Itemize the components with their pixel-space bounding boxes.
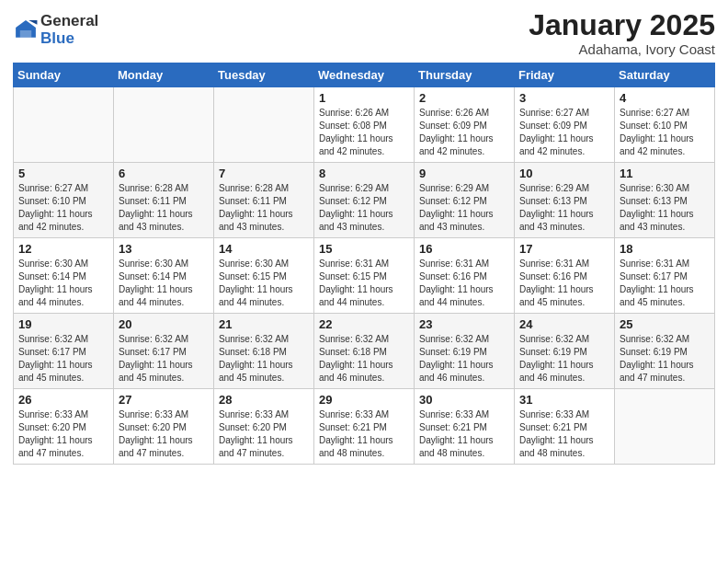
- col-monday: Monday: [114, 63, 214, 87]
- calendar-week-2: 5Sunrise: 6:27 AMSunset: 6:10 PMDaylight…: [14, 163, 715, 238]
- day-number: 31: [519, 393, 609, 407]
- logo: General Blue: [13, 13, 98, 47]
- day-number: 7: [219, 167, 309, 180]
- calendar-cell: 25Sunrise: 6:32 AMSunset: 6:19 PMDayligh…: [615, 314, 715, 389]
- logo-icon: [13, 17, 39, 43]
- calendar-cell: 15Sunrise: 6:31 AMSunset: 6:15 PMDayligh…: [314, 238, 415, 314]
- day-number: 5: [18, 167, 108, 180]
- calendar-week-5: 26Sunrise: 6:33 AMSunset: 6:20 PMDayligh…: [14, 389, 715, 465]
- calendar-header-row: Sunday Monday Tuesday Wednesday Thursday…: [14, 63, 715, 87]
- day-number: 15: [319, 242, 409, 256]
- col-sunday: Sunday: [14, 63, 114, 87]
- day-number: 8: [319, 167, 409, 180]
- month-title: January 2025: [529, 9, 715, 41]
- calendar-cell: 27Sunrise: 6:33 AMSunset: 6:20 PMDayligh…: [114, 389, 214, 465]
- day-number: 9: [419, 167, 509, 180]
- day-info: Sunrise: 6:33 AMSunset: 6:21 PMDaylight:…: [519, 408, 609, 460]
- day-info: Sunrise: 6:27 AMSunset: 6:10 PMDaylight:…: [620, 107, 710, 158]
- day-info: Sunrise: 6:32 AMSunset: 6:19 PMDaylight:…: [519, 333, 609, 385]
- calendar-cell: 26Sunrise: 6:33 AMSunset: 6:20 PMDayligh…: [14, 389, 114, 465]
- calendar-cell: 13Sunrise: 6:30 AMSunset: 6:14 PMDayligh…: [114, 238, 214, 314]
- calendar-cell: 10Sunrise: 6:29 AMSunset: 6:13 PMDayligh…: [515, 163, 615, 238]
- day-info: Sunrise: 6:33 AMSunset: 6:20 PMDaylight:…: [18, 408, 108, 460]
- calendar-cell: 28Sunrise: 6:33 AMSunset: 6:20 PMDayligh…: [214, 389, 314, 465]
- svg-rect-3: [20, 30, 31, 38]
- day-number: 2: [419, 91, 509, 105]
- day-info: Sunrise: 6:29 AMSunset: 6:13 PMDaylight:…: [519, 182, 609, 234]
- day-info: Sunrise: 6:32 AMSunset: 6:19 PMDaylight:…: [620, 333, 710, 385]
- day-info: Sunrise: 6:29 AMSunset: 6:12 PMDaylight:…: [319, 182, 409, 234]
- day-info: Sunrise: 6:33 AMSunset: 6:21 PMDaylight:…: [319, 408, 409, 460]
- day-info: Sunrise: 6:30 AMSunset: 6:14 PMDaylight:…: [119, 258, 209, 309]
- day-info: Sunrise: 6:31 AMSunset: 6:17 PMDaylight:…: [620, 258, 710, 309]
- day-number: 27: [119, 393, 209, 407]
- logo-general: General: [40, 13, 98, 30]
- col-friday: Friday: [515, 63, 615, 87]
- day-info: Sunrise: 6:31 AMSunset: 6:16 PMDaylight:…: [519, 258, 609, 309]
- day-info: Sunrise: 6:33 AMSunset: 6:20 PMDaylight:…: [219, 408, 309, 460]
- logo-text: General Blue: [40, 13, 98, 47]
- calendar-cell: 7Sunrise: 6:28 AMSunset: 6:11 PMDaylight…: [214, 163, 314, 238]
- calendar-cell: 5Sunrise: 6:27 AMSunset: 6:10 PMDaylight…: [14, 163, 114, 238]
- day-info: Sunrise: 6:32 AMSunset: 6:18 PMDaylight:…: [219, 333, 309, 385]
- day-number: 23: [419, 317, 509, 331]
- calendar-cell: 2Sunrise: 6:26 AMSunset: 6:09 PMDaylight…: [415, 87, 515, 163]
- calendar-cell: 12Sunrise: 6:30 AMSunset: 6:14 PMDayligh…: [14, 238, 114, 314]
- day-info: Sunrise: 6:27 AMSunset: 6:09 PMDaylight:…: [519, 107, 609, 158]
- day-info: Sunrise: 6:32 AMSunset: 6:18 PMDaylight:…: [319, 333, 409, 385]
- day-number: 25: [620, 317, 710, 331]
- calendar-cell: [14, 87, 114, 163]
- day-info: Sunrise: 6:26 AMSunset: 6:08 PMDaylight:…: [319, 107, 409, 158]
- calendar-cell: 29Sunrise: 6:33 AMSunset: 6:21 PMDayligh…: [314, 389, 415, 465]
- day-number: 26: [18, 393, 108, 407]
- day-number: 13: [119, 242, 209, 256]
- day-number: 16: [419, 242, 509, 256]
- day-number: 10: [519, 167, 609, 180]
- logo-blue: Blue: [40, 30, 98, 48]
- day-number: 28: [219, 393, 309, 407]
- day-info: Sunrise: 6:33 AMSunset: 6:21 PMDaylight:…: [419, 408, 509, 460]
- day-number: 1: [319, 91, 409, 105]
- title-area: January 2025 Adahama, Ivory Coast: [529, 9, 715, 57]
- day-number: 11: [620, 167, 710, 180]
- calendar-cell: 6Sunrise: 6:28 AMSunset: 6:11 PMDaylight…: [114, 163, 214, 238]
- day-number: 14: [219, 242, 309, 256]
- header: General Blue January 2025 Adahama, Ivory…: [13, 9, 715, 57]
- day-number: 6: [119, 167, 209, 180]
- day-number: 29: [319, 393, 409, 407]
- day-number: 20: [119, 317, 209, 331]
- day-info: Sunrise: 6:31 AMSunset: 6:15 PMDaylight:…: [319, 258, 409, 309]
- calendar-cell: 1Sunrise: 6:26 AMSunset: 6:08 PMDaylight…: [314, 87, 415, 163]
- calendar-cell: 24Sunrise: 6:32 AMSunset: 6:19 PMDayligh…: [515, 314, 615, 389]
- calendar-cell: 4Sunrise: 6:27 AMSunset: 6:10 PMDaylight…: [615, 87, 715, 163]
- calendar-cell: 14Sunrise: 6:30 AMSunset: 6:15 PMDayligh…: [214, 238, 314, 314]
- calendar-week-3: 12Sunrise: 6:30 AMSunset: 6:14 PMDayligh…: [14, 238, 715, 314]
- day-info: Sunrise: 6:32 AMSunset: 6:19 PMDaylight:…: [419, 333, 509, 385]
- calendar-cell: 17Sunrise: 6:31 AMSunset: 6:16 PMDayligh…: [515, 238, 615, 314]
- day-info: Sunrise: 6:26 AMSunset: 6:09 PMDaylight:…: [419, 107, 509, 158]
- day-info: Sunrise: 6:29 AMSunset: 6:12 PMDaylight:…: [419, 182, 509, 234]
- calendar-cell: 3Sunrise: 6:27 AMSunset: 6:09 PMDaylight…: [515, 87, 615, 163]
- calendar-cell: 20Sunrise: 6:32 AMSunset: 6:17 PMDayligh…: [114, 314, 214, 389]
- calendar-cell: 16Sunrise: 6:31 AMSunset: 6:16 PMDayligh…: [415, 238, 515, 314]
- day-number: 30: [419, 393, 509, 407]
- day-number: 4: [620, 91, 710, 105]
- day-info: Sunrise: 6:27 AMSunset: 6:10 PMDaylight:…: [18, 182, 108, 234]
- calendar: Sunday Monday Tuesday Wednesday Thursday…: [13, 63, 715, 465]
- calendar-week-4: 19Sunrise: 6:32 AMSunset: 6:17 PMDayligh…: [14, 314, 715, 389]
- day-number: 12: [18, 242, 108, 256]
- calendar-cell: 9Sunrise: 6:29 AMSunset: 6:12 PMDaylight…: [415, 163, 515, 238]
- day-number: 22: [319, 317, 409, 331]
- day-info: Sunrise: 6:31 AMSunset: 6:16 PMDaylight:…: [419, 258, 509, 309]
- calendar-cell: 8Sunrise: 6:29 AMSunset: 6:12 PMDaylight…: [314, 163, 415, 238]
- calendar-cell: 19Sunrise: 6:32 AMSunset: 6:17 PMDayligh…: [14, 314, 114, 389]
- day-info: Sunrise: 6:28 AMSunset: 6:11 PMDaylight:…: [219, 182, 309, 234]
- calendar-cell: 30Sunrise: 6:33 AMSunset: 6:21 PMDayligh…: [415, 389, 515, 465]
- day-info: Sunrise: 6:28 AMSunset: 6:11 PMDaylight:…: [119, 182, 209, 234]
- calendar-cell: 31Sunrise: 6:33 AMSunset: 6:21 PMDayligh…: [515, 389, 615, 465]
- day-number: 21: [219, 317, 309, 331]
- day-number: 24: [519, 317, 609, 331]
- day-info: Sunrise: 6:32 AMSunset: 6:17 PMDaylight:…: [119, 333, 209, 385]
- calendar-cell: [114, 87, 214, 163]
- day-number: 18: [620, 242, 710, 256]
